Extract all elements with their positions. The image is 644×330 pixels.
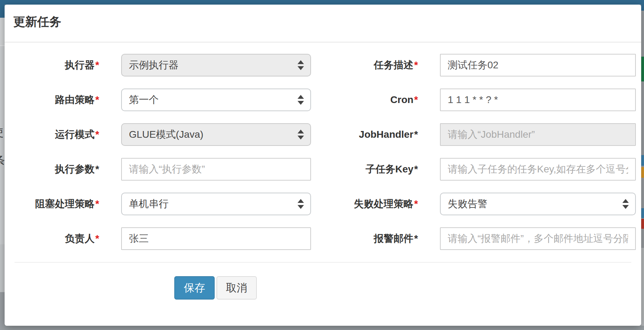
required-marker: * — [95, 233, 99, 244]
executor-label: 执行器* — [5, 54, 121, 76]
form-row: 运行模式* GLUE模式(Java) JobHandler* — [5, 123, 641, 146]
job-desc-label: 任务描述* — [311, 54, 440, 76]
glue-type-select: GLUE模式(Java) — [121, 123, 311, 146]
cron-label: Cron* — [311, 89, 440, 111]
backdrop-bottom-strip — [0, 326, 644, 330]
select-arrows-icon — [298, 130, 304, 140]
select-arrows-icon — [622, 199, 629, 209]
form-row: 阻塞处理策略* 单机串行 失败处理策略* 失败告警 — [5, 193, 641, 215]
page-heading-fragment: 理 — [0, 18, 5, 46]
red-button-fragment — [641, 219, 644, 229]
child-jobkey-label: 子任务Key* — [311, 158, 440, 181]
form-row: 执行器* 示例执行器 任务描述* — [5, 54, 641, 76]
alarm-email-label: 报警邮件* — [311, 227, 440, 250]
page-bottom-fragment — [0, 292, 5, 330]
child-jobkey-input[interactable] — [440, 158, 636, 181]
modal-title: 更新任务 — [13, 15, 61, 28]
modal-header: 更新任务 — [5, 5, 641, 42]
modal-body: 执行器* 示例执行器 任务描述* 路由策略* 第一个 Cron* 运行模式* G… — [5, 42, 641, 300]
required-marker: * — [414, 164, 418, 175]
page-body-fragment: 使 条 — [0, 46, 5, 244]
form-row: 路由策略* 第一个 Cron* — [5, 89, 641, 111]
text-glyph-fragment: 条 — [0, 152, 5, 169]
required-marker: * — [95, 59, 99, 70]
green-button-fragment — [641, 57, 644, 81]
select-arrows-icon — [298, 95, 304, 105]
form-row: 负责人* 报警邮件* — [5, 227, 641, 250]
exec-param-label: 执行参数* — [5, 158, 121, 181]
page-bottom-fragment — [641, 326, 644, 330]
page-footer-fragment: 1 — [0, 244, 5, 292]
text-glyph-fragment: 使 — [0, 125, 4, 140]
required-marker: * — [414, 233, 418, 244]
alarm-email-input[interactable] — [440, 227, 636, 250]
required-marker: * — [95, 198, 99, 209]
blue-button-fragment — [641, 208, 644, 218]
page-top-navbar — [0, 0, 644, 5]
block-strategy-select[interactable]: 单机串行 — [121, 193, 311, 215]
required-marker: * — [95, 164, 99, 175]
author-input[interactable] — [121, 227, 311, 250]
fail-strategy-label: 失败处理策略* — [311, 193, 440, 215]
job-desc-input[interactable] — [440, 54, 636, 76]
exec-param-input[interactable] — [121, 158, 311, 181]
select-arrows-icon — [298, 60, 304, 70]
job-handler-input — [440, 123, 636, 146]
orange-button-fragment — [641, 167, 644, 178]
cancel-button[interactable]: 取消 — [216, 276, 257, 300]
modal-footer-buttons: 保存 取消 — [174, 276, 641, 300]
cron-input[interactable] — [440, 89, 636, 111]
backdrop-right-strip — [641, 0, 644, 330]
page-lower-fragment — [641, 248, 644, 326]
required-marker: * — [414, 198, 418, 209]
footer-divider — [15, 262, 631, 263]
required-marker: * — [95, 129, 99, 140]
required-marker: * — [414, 94, 418, 105]
required-marker: * — [414, 129, 418, 140]
backdrop-left-strip: 理 使 条 1 — [0, 0, 5, 330]
save-button[interactable]: 保存 — [174, 276, 215, 300]
required-marker: * — [414, 59, 418, 70]
blue-button-fragment — [641, 155, 644, 166]
author-label: 负责人* — [5, 227, 121, 250]
block-strategy-label: 阻塞处理策略* — [5, 193, 121, 215]
route-strategy-select[interactable]: 第一个 — [121, 89, 311, 111]
fail-strategy-select[interactable]: 失败告警 — [440, 193, 636, 215]
job-handler-label: JobHandler* — [311, 123, 440, 146]
route-strategy-label: 路由策略* — [5, 89, 121, 111]
required-marker: * — [95, 94, 99, 105]
glue-type-label: 运行模式* — [5, 123, 121, 146]
update-job-modal: 更新任务 执行器* 示例执行器 任务描述* 路由策略* 第一个 Cron* 运行… — [5, 5, 641, 326]
navbar-fragment — [0, 0, 5, 18]
select-arrows-icon — [298, 199, 304, 209]
executor-select: 示例执行器 — [121, 54, 311, 76]
form-row: 执行参数* 子任务Key* — [5, 158, 641, 181]
navbar-fragment — [641, 0, 644, 11]
